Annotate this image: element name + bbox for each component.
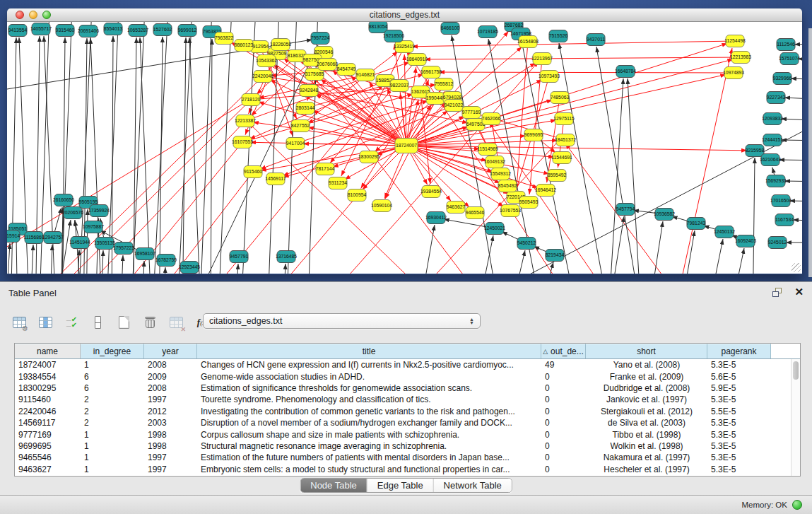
graph-node[interactable]: 16958107 [134,248,155,260]
graph-node[interactable]: 9457794 [616,204,635,216]
graph-node[interactable]: 10936582 [654,209,675,221]
close-window-icon[interactable] [16,11,24,19]
graph-node[interactable]: 20691406 [78,25,99,37]
graph-node[interactable]: 8595492 [548,170,567,182]
graph-node[interactable]: 16107553 [232,136,253,148]
graph-node[interactable]: 11451944 [69,237,90,249]
graph-node[interactable]: 9699695 [524,129,543,141]
graph-node[interactable]: 12450021 [484,223,505,235]
graph-node[interactable]: 22420046 [252,71,273,83]
graph-node[interactable]: 2803144 [296,103,315,115]
graph-node[interactable]: 1167534 [775,214,794,226]
graph-node[interactable]: 16946412 [535,185,556,197]
graph-node[interactable]: 9417004 [286,138,305,150]
graph-node[interactable]: 8100954 [348,189,367,201]
graph-node[interactable]: 12093832 [762,113,783,125]
graph-node[interactable]: 16049132 [484,156,505,168]
graph-node[interactable]: 12923445 [179,262,200,274]
graph-node[interactable]: 16210643 [760,154,781,166]
window-resize-grip[interactable] [792,263,801,272]
graph-node[interactable]: 1527602 [153,24,172,36]
table-row[interactable]: 1456911722003Disruption of a novel membe… [15,417,800,428]
graph-node[interactable]: 26160650 [53,194,74,206]
float-panel-icon[interactable] [772,288,784,298]
graph-node[interactable]: 12213387 [235,115,256,127]
graph-node[interactable]: 9329966 [773,73,792,85]
scrollbar-thumb[interactable] [793,361,799,380]
new-table-icon[interactable] [114,313,133,332]
graph-node[interactable]: 10767553 [500,205,521,217]
graph-node[interactable]: 16782759 [155,255,177,267]
network-window-titlebar[interactable]: citations_edges.txt [7,8,802,22]
table-row[interactable]: 946554611997Estimation of the future num… [15,452,800,463]
table-row[interactable]: 946362711997Embryonic stem cells: a mode… [15,464,800,475]
graph-node[interactable]: 8554013 [104,23,123,35]
graph-node[interactable]: 1990448 [426,93,445,105]
show-columns-icon[interactable] [36,313,54,332]
graph-node[interactable]: 18724007 [395,139,418,153]
graph-node[interactable]: 10973493 [539,71,560,83]
graph-node[interactable]: 16648784 [615,66,636,78]
graph-node[interactable]: 9245012 [768,237,787,249]
graph-node[interactable]: 10975887 [83,221,104,233]
delete-table-icon[interactable] [141,313,159,332]
graph-node[interactable]: 10590104 [371,200,392,212]
network-canvas[interactable]: 1112546116753411850511362615152760215885… [7,22,802,274]
graph-node[interactable]: 9146821 [356,69,375,81]
graph-node[interactable]: 8215958 [746,145,765,157]
graph-node[interactable]: 10543362 [256,55,277,67]
graph-node[interactable]: 9311234 [329,177,347,189]
select-columns-icon[interactable]: ✔✔ [62,313,81,332]
column-header-in_degree[interactable]: in_degree [81,344,144,358]
graph-node[interactable]: 13505135 [94,238,115,250]
graph-node[interactable]: 7462066 [482,113,501,125]
graph-node[interactable]: 9437011 [587,34,605,46]
graph-node[interactable]: 11156869 [23,232,44,244]
column-header-out_de[interactable]: △out_de... [541,344,586,358]
graph-node[interactable]: 9463627 [447,201,466,214]
graph-node[interactable]: 6466100 [441,23,460,35]
table-row[interactable]: 1872400712008Changes of HCN gene express… [15,359,800,370]
graph-node[interactable]: 13325419 [394,41,415,53]
table-row[interactable]: 1938455462009Genome-wide association stu… [15,370,800,382]
graph-node[interactable]: 7515526 [549,30,568,42]
graph-node[interactable]: 9450212 [517,238,536,250]
graph-node[interactable]: 9227343 [767,92,786,104]
table-row[interactable]: 977716911998Corpus callosum shape and si… [15,428,800,440]
tab-edge-table[interactable]: Edge Table [367,479,434,492]
graph-node[interactable]: 9315460 [56,25,75,37]
table-selector-dropdown[interactable]: citations_edges.txt ▲▼ [203,313,481,329]
graph-node[interactable]: 8545492 [498,180,517,192]
graph-node[interactable]: 9457791 [230,251,249,263]
graph-node[interactable]: 8427552 [291,120,310,132]
graph-node[interactable]: 9413554 [8,25,28,37]
graph-node[interactable]: 12444151 [762,134,783,146]
graph-node[interactable]: 18226058 [270,39,291,51]
graph-node[interactable]: 19218506 [383,30,404,42]
table-row[interactable]: 969969511998Structural magnetic resonanc… [15,440,800,452]
column-header-title[interactable]: title [197,344,541,358]
close-panel-icon[interactable]: ✕ [794,286,804,298]
graph-node[interactable]: 9115460 [244,166,262,178]
graph-node[interactable]: 16154808 [517,36,539,48]
graph-node[interactable]: 8454749 [337,64,356,76]
graph-node[interactable]: 10974893 [723,67,744,79]
graph-node[interactable]: 9777169 [462,107,481,119]
graph-node[interactable]: 16930412 [425,212,447,224]
graph-node[interactable]: 7963822 [215,33,234,45]
graph-node[interactable]: 11544691 [551,152,572,164]
table-row[interactable]: 911546021997Tourette syndrome. Phenomeno… [15,394,800,405]
graph-node[interactable]: 12975115 [553,113,575,125]
graph-node[interactable]: 7981243 [687,218,706,230]
graph-node[interactable]: 9505493 [519,197,539,209]
graph-node[interactable]: 7955812 [435,78,454,90]
graph-node[interactable]: 13716485 [276,251,297,263]
graph-node[interactable]: 9860123 [235,40,254,52]
graph-node[interactable]: 12213967 [531,53,553,65]
graph-node[interactable]: 3915914 [7,230,20,243]
graph-node[interactable]: 19384554 [420,186,442,198]
graph-node[interactable]: 1112546 [777,39,795,51]
graph-node[interactable]: 15751074 [779,53,800,65]
graph-node[interactable]: 17016504 [770,195,792,207]
graph-node[interactable]: 9242848 [300,85,319,97]
